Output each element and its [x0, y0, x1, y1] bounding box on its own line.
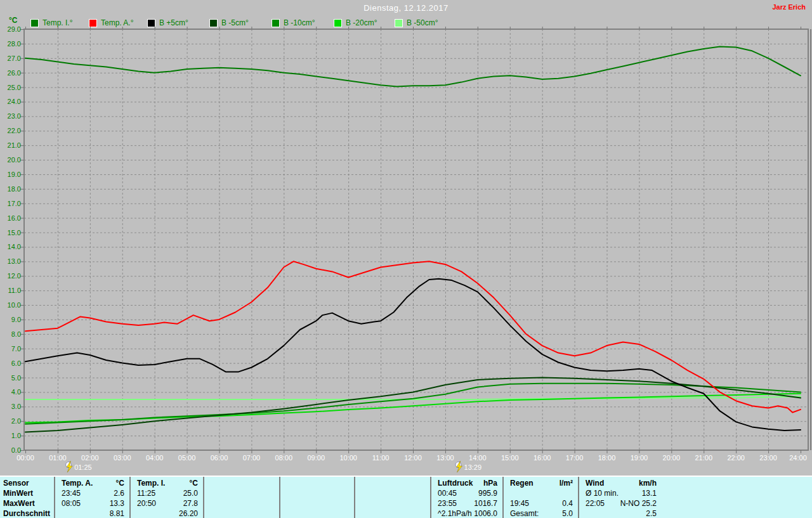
svg-text:19:00: 19:00: [631, 454, 648, 462]
table-cell: [280, 488, 354, 498]
table-column-row-labels: SensorMinWertMaxWertDurchschnitt: [0, 477, 55, 518]
table-cell: [204, 488, 279, 498]
table-cell: [204, 508, 279, 518]
svg-text:07:00: 07:00: [243, 454, 261, 462]
table-cell: Gesamt:5.0: [504, 508, 578, 518]
table-row-label: Sensor: [0, 478, 54, 488]
table-column-regen: Regenl/m²19:450.4Gesamt:5.0: [504, 477, 579, 518]
svg-text:15.0: 15.0: [8, 229, 21, 236]
table-column-empty-4: [355, 477, 431, 518]
axis-ticks: [20, 27, 801, 453]
table-cell: 23:551016.7: [431, 498, 502, 508]
table-column-wind: Windkm/hØ 10 min.13.122:05N-NO 25.22.5: [579, 477, 662, 518]
table-cell: Ø 10 min.13.1: [579, 488, 662, 498]
svg-text:28.0: 28.0: [8, 40, 21, 48]
svg-text:0.0: 0.0: [11, 446, 21, 454]
table-cell: 22:05N-NO 25.2: [579, 498, 662, 508]
table-cell: [355, 508, 430, 518]
table-cell: 26.20: [131, 508, 203, 518]
svg-text:24.0: 24.0: [8, 98, 21, 105]
table-cell: 19:450.4: [504, 498, 578, 508]
table-column-header: [204, 478, 279, 488]
table-cell: 23:452.6: [55, 488, 129, 498]
table-cell: 11:2525.0: [131, 488, 203, 498]
chart-frame: [24, 29, 811, 450]
svg-text:12.0: 12.0: [8, 272, 21, 280]
svg-text:10.0: 10.0: [8, 301, 21, 309]
table-cell: [204, 498, 279, 508]
table-cell: [280, 498, 354, 508]
svg-text:01:00: 01:00: [49, 454, 67, 462]
svg-text:02:00: 02:00: [81, 454, 99, 462]
x-axis-labels: 00:0001:0002:0003:0004:0005:0006:0007:00…: [16, 454, 807, 462]
y-axis-labels: 29.028.027.026.025.024.023.022.021.020.0…: [8, 25, 21, 454]
svg-text:12:00: 12:00: [404, 454, 422, 462]
table-column-temp-a-: Temp. A.°C23:452.608:0513.38.81: [55, 477, 131, 518]
table-cell: [355, 488, 430, 498]
table-row-label: MaxWert: [0, 498, 54, 508]
table-cell: 20:5027.8: [131, 498, 203, 508]
svg-text:16.0: 16.0: [8, 214, 21, 222]
table-row-label: MinWert: [0, 488, 54, 498]
svg-text:11.0: 11.0: [8, 287, 21, 294]
table-row-label: Durchschnitt: [0, 508, 54, 518]
event-marker: 01:25: [66, 461, 92, 472]
svg-text:17:00: 17:00: [566, 454, 584, 462]
svg-text:14:00: 14:00: [469, 454, 487, 462]
marker-time-label: 13:29: [464, 463, 482, 471]
svg-text:3.0: 3.0: [11, 403, 21, 410]
table-cell: [280, 508, 354, 518]
table-column-header: [355, 478, 430, 488]
svg-text:06:00: 06:00: [211, 454, 228, 462]
chart-grid: [24, 29, 808, 450]
marker-time-label: 01:25: [74, 463, 92, 471]
svg-text:10:00: 10:00: [339, 454, 357, 462]
svg-text:18:00: 18:00: [598, 454, 616, 462]
svg-text:11:00: 11:00: [372, 454, 390, 462]
svg-text:18.0: 18.0: [8, 185, 21, 193]
table-column-filler: [662, 477, 812, 518]
svg-text:22.0: 22.0: [8, 127, 21, 134]
table-column-empty-2: [204, 477, 280, 518]
svg-text:27.0: 27.0: [8, 55, 21, 62]
table-column-empty-3: [280, 477, 355, 518]
table-column-header: Regenl/m²: [504, 478, 578, 488]
table-cell: ^2.1hPa/h1006.0: [431, 508, 502, 518]
svg-text:1.0: 1.0: [11, 432, 21, 439]
table-column-header: LuftdruckhPa: [431, 478, 502, 488]
svg-text:15:00: 15:00: [501, 454, 519, 462]
series-b-plus5: [25, 279, 801, 431]
svg-text:29.0: 29.0: [8, 25, 21, 33]
svg-text:21:00: 21:00: [695, 454, 712, 462]
svg-text:05:00: 05:00: [178, 454, 196, 462]
svg-text:8.0: 8.0: [11, 330, 21, 338]
table-column-luftdruck: LuftdruckhPa00:45995.923:551016.7^2.1hPa…: [431, 477, 504, 518]
svg-text:00:00: 00:00: [16, 454, 34, 462]
svg-text:13:00: 13:00: [436, 454, 454, 462]
svg-text:20:00: 20:00: [663, 454, 681, 462]
svg-text:14.0: 14.0: [8, 243, 21, 250]
table-cell: [355, 498, 430, 508]
table-column-header: [280, 478, 354, 488]
svg-text:20.0: 20.0: [8, 156, 21, 164]
table-column-header: Temp. I.°C: [131, 478, 203, 488]
svg-text:23:00: 23:00: [759, 454, 777, 462]
table-column-header: Windkm/h: [579, 478, 662, 488]
svg-text:09:00: 09:00: [307, 454, 325, 462]
svg-text:2.0: 2.0: [11, 417, 21, 425]
svg-text:21.0: 21.0: [8, 141, 21, 149]
svg-text:26.0: 26.0: [8, 69, 21, 77]
event-marker: 13:29: [455, 461, 481, 472]
svg-text:13.0: 13.0: [8, 257, 21, 265]
table-column-temp-i-: Temp. I.°C11:2525.020:5027.826.20: [131, 477, 204, 518]
svg-text:03:00: 03:00: [114, 454, 131, 462]
table-cell: 00:45995.9: [431, 488, 502, 498]
svg-text:17.0: 17.0: [8, 200, 21, 207]
svg-text:24:00: 24:00: [789, 454, 807, 462]
svg-text:22:00: 22:00: [727, 454, 745, 462]
table-cell: 08:0513.3: [55, 498, 129, 508]
svg-text:08:00: 08:00: [275, 454, 293, 462]
table-cell: 2.5: [579, 508, 662, 518]
svg-text:7.0: 7.0: [11, 345, 21, 353]
event-markers: 01:2513:29: [66, 461, 481, 472]
